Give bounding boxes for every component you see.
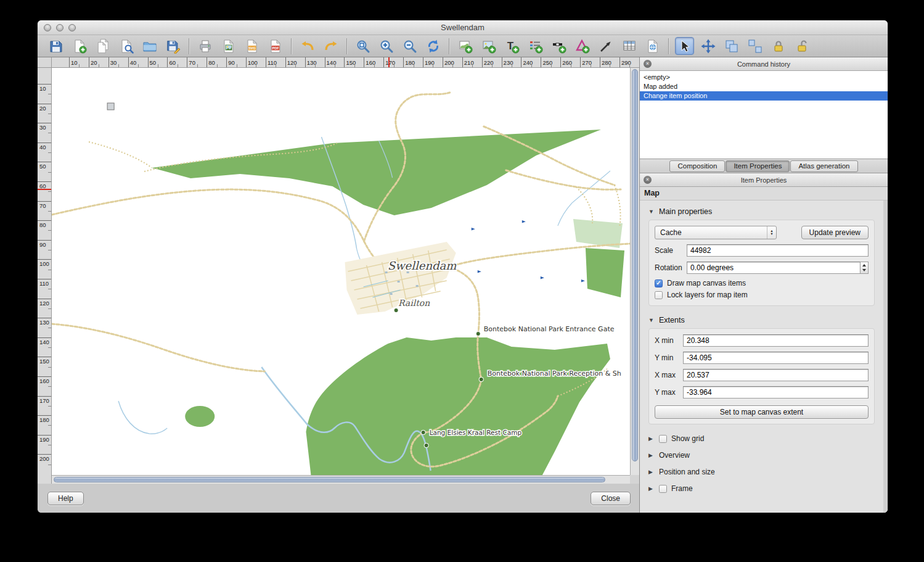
history-item[interactable]: <empty> xyxy=(640,73,888,82)
canvas-horizontal-scrollbar[interactable] xyxy=(52,475,630,484)
close-panel-icon[interactable]: × xyxy=(644,60,652,68)
scale-input[interactable] xyxy=(687,244,869,257)
zoom-out-icon[interactable] xyxy=(400,37,419,55)
section-extents[interactable]: ▼ Extents xyxy=(648,316,875,324)
spin-down-icon[interactable] xyxy=(861,268,868,273)
rotation-input[interactable] xyxy=(687,262,860,274)
ungroup-items-icon[interactable] xyxy=(745,37,764,55)
zoom-window-button[interactable] xyxy=(68,24,76,31)
add-arrow-icon[interactable] xyxy=(596,37,615,55)
y-min-input[interactable] xyxy=(683,352,869,364)
scrollbar-thumb[interactable] xyxy=(632,69,638,461)
section-overview[interactable]: ▶ Overview xyxy=(648,451,875,460)
new-composer-icon[interactable] xyxy=(70,37,89,55)
rotation-spinbox[interactable] xyxy=(687,262,869,274)
frame-checkbox[interactable] xyxy=(659,485,667,493)
ruler-tick: 110 xyxy=(38,279,51,299)
x-min-input[interactable] xyxy=(683,334,869,347)
draw-map-canvas-items-checkbox[interactable]: ✓ xyxy=(655,279,663,287)
green-patch xyxy=(185,406,215,427)
history-item[interactable]: Change item position xyxy=(640,91,888,101)
minimize-window-button[interactable] xyxy=(56,24,63,31)
add-scalebar-icon[interactable] xyxy=(549,37,568,55)
panel-tab[interactable]: Atlas generation xyxy=(790,160,857,172)
help-button[interactable]: Help xyxy=(47,492,84,505)
add-attribute-table-icon[interactable] xyxy=(619,37,639,55)
ruler-tick: 120 xyxy=(285,57,305,67)
ruler-tick: 20 xyxy=(89,57,108,67)
section-show-grid[interactable]: ▶ Show grid xyxy=(648,434,875,443)
zoom-full-icon[interactable] xyxy=(353,37,372,55)
composer-window: Swellendam xyxy=(38,20,888,513)
item-handle[interactable] xyxy=(107,103,114,110)
close-window-button[interactable] xyxy=(44,24,51,31)
window-titlebar[interactable]: Swellendam xyxy=(38,20,888,35)
unlock-items-icon[interactable] xyxy=(792,37,811,55)
zoom-in-icon[interactable] xyxy=(377,37,396,55)
history-item[interactable]: Map added xyxy=(640,82,888,91)
print-icon[interactable] xyxy=(195,37,215,55)
composition-paper[interactable]: Swellendam Railton Bontebok National Par… xyxy=(52,68,630,475)
group-items-icon[interactable] xyxy=(722,37,741,55)
disclosure-closed-icon: ▶ xyxy=(648,452,655,458)
x-max-input[interactable] xyxy=(683,369,869,381)
item-properties-content: ▼ Main properties Cache ▲▼ Update previe… xyxy=(640,200,888,513)
ruler-tick: 200 xyxy=(38,454,51,474)
ruler-tick: 230 xyxy=(502,57,521,67)
add-shape-icon[interactable] xyxy=(573,37,592,55)
map-item[interactable]: Swellendam Railton Bontebok National Par… xyxy=(52,68,630,475)
scale-label: Scale xyxy=(655,246,687,255)
show-grid-checkbox[interactable] xyxy=(659,435,667,443)
town-label: Swellendam xyxy=(388,259,457,272)
lock-items-icon[interactable] xyxy=(769,37,788,55)
panel-tab[interactable]: Composition xyxy=(669,160,725,172)
ruler-tick: 180 xyxy=(38,415,51,435)
horizontal-ruler: 1020304050607080901001101201301401501601… xyxy=(52,57,639,68)
redo-icon[interactable] xyxy=(321,37,340,55)
save-as-template-icon[interactable] xyxy=(163,37,182,55)
add-label-icon[interactable] xyxy=(502,37,521,55)
refresh-view-icon[interactable] xyxy=(423,37,443,55)
disclosure-closed-icon: ▶ xyxy=(648,469,655,475)
cache-mode-select[interactable]: Cache ▲▼ xyxy=(655,226,777,239)
ruler-tick: 80 xyxy=(206,57,226,67)
panel-tab[interactable]: Item Properties xyxy=(726,160,790,172)
y-max-input[interactable] xyxy=(683,386,869,399)
ruler-tick: 110 xyxy=(266,57,285,67)
ruler-tick: 210 xyxy=(462,57,482,67)
export-image-icon[interactable] xyxy=(219,37,238,55)
duplicate-composer-icon[interactable] xyxy=(93,37,112,55)
ruler-tick: 10 xyxy=(38,84,51,104)
main-properties-group: Cache ▲▼ Update preview Scale Rotation xyxy=(648,220,875,306)
panel-tabs: CompositionItem PropertiesAtlas generati… xyxy=(640,159,888,173)
ruler-tick: 190 xyxy=(38,435,51,455)
set-to-map-canvas-extent-button[interactable]: Set to map canvas extent xyxy=(655,405,869,419)
ruler-tick: 30 xyxy=(108,57,128,67)
lock-layers-checkbox[interactable] xyxy=(655,291,663,299)
composer-manager-icon[interactable] xyxy=(117,37,136,55)
toolbar-separator xyxy=(189,38,189,54)
section-frame[interactable]: ▶ Frame xyxy=(648,484,875,493)
update-preview-button[interactable]: Update preview xyxy=(801,226,869,239)
undo-icon[interactable] xyxy=(298,37,317,55)
move-item-content-icon[interactable] xyxy=(698,37,718,55)
close-panel-icon[interactable]: × xyxy=(644,176,652,184)
add-image-icon[interactable] xyxy=(479,37,498,55)
spin-up-icon[interactable] xyxy=(861,262,868,268)
toolbar-separator xyxy=(449,38,449,54)
load-template-icon[interactable] xyxy=(140,37,159,55)
command-history-list: <empty>Map addedChange item position xyxy=(640,71,888,159)
scrollbar-thumb[interactable] xyxy=(54,477,605,482)
export-svg-icon[interactable] xyxy=(242,37,261,55)
section-position-and-size[interactable]: ▶ Position and size xyxy=(648,468,875,476)
x-min-label: X min xyxy=(655,336,683,345)
add-legend-icon[interactable] xyxy=(526,37,545,55)
export-pdf-icon[interactable] xyxy=(266,37,285,55)
select-move-item-icon[interactable] xyxy=(675,37,694,55)
add-map-icon[interactable] xyxy=(456,37,475,55)
add-html-frame-icon[interactable] xyxy=(643,37,662,55)
canvas-vertical-scrollbar[interactable] xyxy=(630,68,639,475)
close-button[interactable]: Close xyxy=(591,492,631,505)
save-project-icon[interactable] xyxy=(46,37,65,55)
section-main-properties[interactable]: ▼ Main properties xyxy=(648,207,875,216)
